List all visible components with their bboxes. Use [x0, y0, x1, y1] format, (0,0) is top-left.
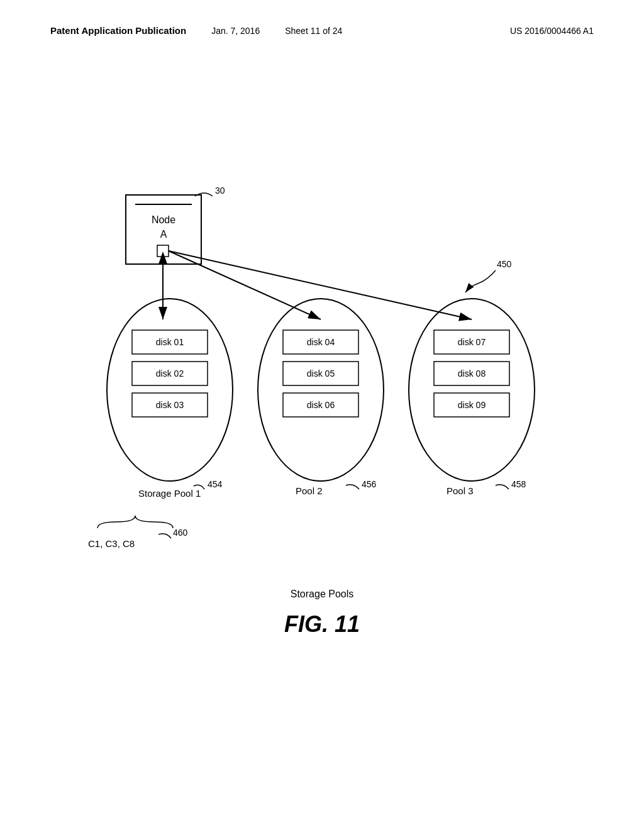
disk-08-label: disk 08: [458, 368, 486, 379]
disk-07-label: disk 07: [458, 337, 486, 347]
disk-06-label: disk 06: [307, 400, 335, 410]
pool1-label: Storage Pool 1: [138, 488, 201, 499]
page-header: Patent Application Publication Jan. 7, 2…: [0, 25, 644, 36]
brace-ref: 460: [173, 528, 188, 538]
node-ref: 30: [215, 185, 225, 196]
pool2-ref: 456: [362, 479, 377, 489]
disk-01-label: disk 01: [156, 337, 184, 347]
storage-pool-2: disk 04 disk 05 disk 06 Pool 2 456: [258, 299, 384, 496]
pool2-label: Pool 2: [296, 485, 323, 496]
storage-pool-1: disk 01 disk 02 disk 03 Storage Pool 1 4…: [107, 299, 233, 499]
disk-09-label: disk 09: [458, 400, 486, 410]
brace-label: C1, C3, C8: [88, 538, 135, 549]
svg-rect-2: [157, 245, 169, 257]
storage-pool-3: disk 07 disk 08 disk 09 Pool 3 458: [409, 299, 535, 496]
svg-point-7: [258, 299, 384, 481]
disk-03-label: disk 03: [156, 400, 184, 410]
header-date: Jan. 7, 2016: [211, 26, 260, 36]
caption-text: Storage Pools: [291, 589, 354, 599]
node-label: Node: [152, 214, 175, 225]
disk-02-label: disk 02: [156, 368, 184, 379]
header-patent: US 2016/0004466 A1: [510, 26, 594, 36]
publication-label: Patent Application Publication: [50, 25, 186, 36]
header-sheet: Sheet 11 of 24: [285, 26, 342, 36]
pool3-label: Pool 3: [447, 485, 474, 496]
disk-05-label: disk 05: [307, 368, 335, 379]
disk-04-label: disk 04: [307, 337, 335, 347]
node-sublabel: A: [160, 229, 167, 240]
pool1-ref: 454: [208, 479, 223, 489]
figure-label: FIG. 11: [284, 611, 360, 637]
pool3-ref: 458: [511, 479, 526, 489]
group-ref: 450: [497, 259, 512, 269]
svg-point-3: [107, 299, 233, 481]
svg-point-11: [409, 299, 535, 481]
diagram-area: Node A 30 disk 01 disk 02 disk 03 Storag…: [0, 88, 644, 830]
